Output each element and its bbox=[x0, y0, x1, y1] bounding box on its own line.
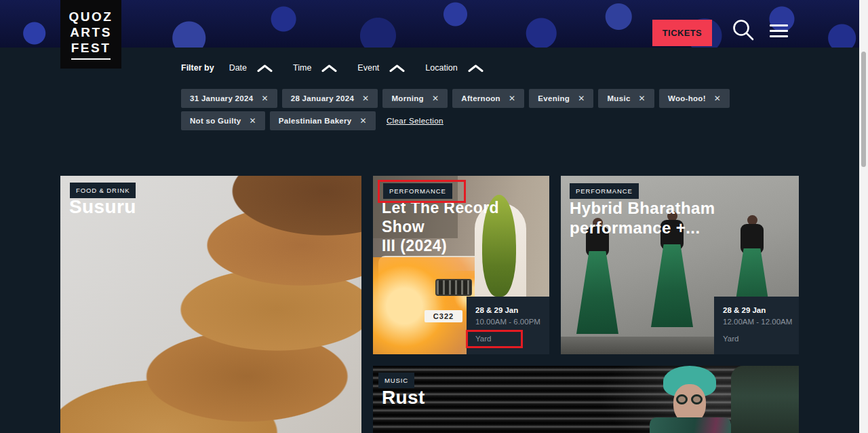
glasses-shape bbox=[676, 394, 688, 404]
search-button[interactable] bbox=[731, 18, 755, 43]
close-icon[interactable]: ✕ bbox=[360, 116, 367, 126]
search-icon bbox=[732, 33, 755, 43]
close-icon[interactable]: ✕ bbox=[261, 94, 268, 103]
event-card-susuru[interactable]: FOOD & DRINK Susuru bbox=[60, 176, 361, 433]
close-icon[interactable]: ✕ bbox=[639, 94, 646, 103]
event-card-let-the-record-show[interactable]: C322 PERFORMANCE Let The Record Show III… bbox=[373, 176, 549, 354]
filter-chip-music[interactable]: Music ✕ bbox=[598, 89, 654, 108]
musician-figure-shape bbox=[731, 366, 799, 433]
event-card-hybrid-bharatham[interactable]: PERFORMANCE Hybrid Bharatham performance… bbox=[561, 176, 799, 354]
hamburger-menu-button[interactable] bbox=[770, 24, 788, 39]
filter-chip-morning[interactable]: Morning ✕ bbox=[382, 89, 448, 108]
filter-chip-28-january-2024[interactable]: 28 January 2024 ✕ bbox=[282, 89, 378, 108]
close-icon[interactable]: ✕ bbox=[578, 94, 585, 103]
filter-dropdown-event[interactable]: Event bbox=[357, 63, 405, 73]
scrollbar-track[interactable] bbox=[859, 0, 868, 433]
site-logo[interactable]: QUOZ ARTS FEST bbox=[60, 0, 121, 69]
close-icon[interactable]: ✕ bbox=[249, 116, 256, 126]
category-tag: PERFORMANCE bbox=[570, 183, 639, 199]
filter-dropdown-location[interactable]: Location bbox=[425, 63, 483, 73]
header-crowd-banner bbox=[0, 0, 859, 48]
event-time: 12.00AM - 12.00AM bbox=[723, 318, 799, 326]
filter-dropdown-date[interactable]: Date bbox=[229, 63, 273, 73]
logo-line: FEST bbox=[71, 40, 111, 56]
chevron-up-icon bbox=[389, 64, 405, 72]
close-icon[interactable]: ✕ bbox=[714, 94, 721, 103]
event-info-box: 28 & 29 Jan 12.00AM - 12.00AM Yard bbox=[714, 297, 799, 354]
event-image-musicians-blinds bbox=[373, 366, 799, 433]
event-card-rust[interactable]: MUSIC Rust bbox=[373, 366, 799, 433]
filter-dropdown-time[interactable]: Time bbox=[293, 63, 337, 73]
filter-by-label: Filter by bbox=[181, 63, 214, 73]
close-icon[interactable]: ✕ bbox=[432, 94, 439, 103]
jacket-shape bbox=[650, 417, 731, 433]
clear-selection-link[interactable]: Clear Selection bbox=[387, 111, 443, 130]
active-filter-chips-row-2: Not so Guilty ✕ Palestinian Bakery ✕ Cle… bbox=[181, 111, 443, 130]
event-title: Let The Record Show III (2024) bbox=[382, 198, 545, 255]
license-plate: C322 bbox=[425, 310, 462, 322]
category-tag: PERFORMANCE bbox=[383, 183, 452, 199]
close-icon[interactable]: ✕ bbox=[509, 94, 515, 103]
close-icon[interactable]: ✕ bbox=[362, 94, 369, 103]
category-tag: MUSIC bbox=[378, 373, 414, 388]
filter-chip-afternoon[interactable]: Afternoon ✕ bbox=[452, 89, 524, 108]
logo-line: QUOZ bbox=[69, 9, 113, 24]
chevron-up-icon bbox=[257, 64, 273, 72]
event-title: Rust bbox=[382, 387, 425, 409]
filter-chip-evening[interactable]: Evening ✕ bbox=[529, 89, 593, 108]
glasses-shape bbox=[691, 394, 703, 404]
hamburger-icon bbox=[770, 35, 788, 37]
filter-chip-not-so-guilty[interactable]: Not so Guilty ✕ bbox=[181, 111, 265, 130]
hamburger-icon bbox=[770, 30, 788, 32]
logo-line: ARTS bbox=[70, 24, 112, 40]
logo-underline bbox=[71, 58, 111, 60]
event-info-box: 28 & 29 Jan 10.00AM - 6.00PM Yard bbox=[467, 297, 549, 354]
quoz-arts-fest-page: QUOZ ARTS FEST TICKETS Filter by Date Ti… bbox=[0, 0, 868, 433]
scrollbar-thumb[interactable] bbox=[861, 52, 866, 167]
hamburger-icon bbox=[770, 24, 788, 26]
event-title: Hybrid Bharatham performance +... bbox=[570, 198, 793, 238]
event-venue: Yard bbox=[723, 335, 799, 343]
filter-chip-woo-hoo[interactable]: Woo-hoo! ✕ bbox=[659, 89, 730, 108]
event-venue: Yard bbox=[475, 335, 549, 343]
active-filter-chips-row-1: 31 January 2024 ✕ 28 January 2024 ✕ Morn… bbox=[181, 89, 730, 108]
filter-chip-palestinian-bakery[interactable]: Palestinian Bakery ✕ bbox=[270, 111, 376, 130]
chevron-up-icon bbox=[321, 64, 337, 72]
event-title: Susuru bbox=[69, 196, 136, 218]
event-date: 28 & 29 Jan bbox=[475, 306, 549, 314]
car-grille-shape bbox=[435, 279, 472, 296]
event-time: 10.00AM - 6.00PM bbox=[475, 318, 549, 326]
filter-bar: Filter by Date Time Event Location bbox=[181, 63, 504, 73]
event-date: 28 & 29 Jan bbox=[723, 306, 799, 314]
filter-chip-31-january-2024[interactable]: 31 January 2024 ✕ bbox=[181, 89, 277, 108]
chevron-up-icon bbox=[468, 64, 484, 72]
tickets-button[interactable]: TICKETS bbox=[652, 20, 712, 46]
